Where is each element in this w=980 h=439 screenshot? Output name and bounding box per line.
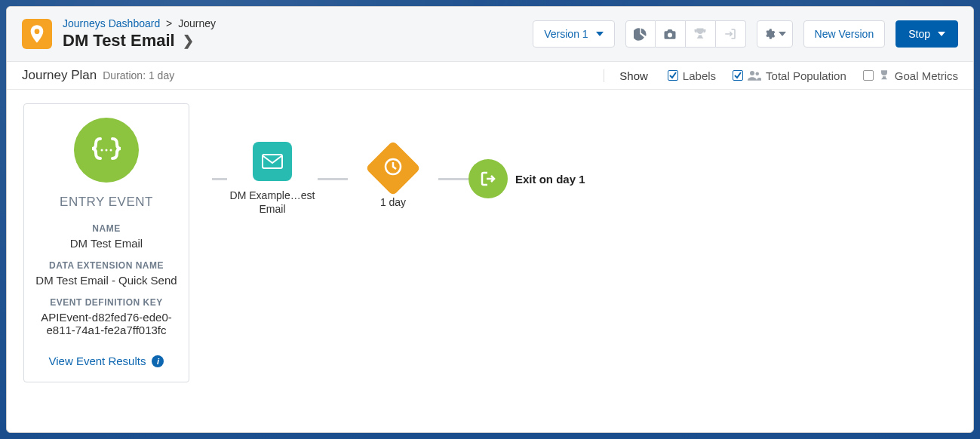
- svg-point-3: [106, 149, 108, 152]
- svg-point-1: [756, 72, 760, 76]
- view-event-results-link[interactable]: View Event Results i: [49, 355, 164, 367]
- de-value: DM Test Email - Quick Send: [33, 274, 180, 287]
- breadcrumb: Journeys Dashboard > Journey: [63, 17, 216, 29]
- version-dropdown[interactable]: Version 1: [533, 20, 614, 48]
- svg-point-2: [101, 149, 103, 152]
- chevron-right-icon[interactable]: ❯: [183, 32, 194, 49]
- wait-node-label: 1 day: [380, 195, 406, 209]
- page-title: DM Test Email ❯: [63, 31, 216, 51]
- exit-node[interactable]: Exit on day 1: [468, 159, 585, 198]
- breadcrumb-separator: >: [166, 17, 172, 29]
- caret-down-icon: [779, 32, 786, 36]
- caret-down-icon: [596, 32, 604, 36]
- envelope-icon: [253, 142, 292, 181]
- header-bar: Journeys Dashboard > Journey DM Test Ema…: [7, 7, 973, 62]
- new-version-button[interactable]: New Version: [803, 20, 886, 48]
- exit-button[interactable]: [716, 20, 746, 48]
- email-activity-node[interactable]: DM Example…est Email: [227, 142, 318, 216]
- app-window: Journeys Dashboard > Journey DM Test Ema…: [6, 6, 974, 433]
- version-label: Version 1: [544, 28, 588, 40]
- entry-event-card[interactable]: ENTRY EVENT NAME DM Test Email DATA EXTE…: [23, 103, 189, 382]
- settings-dropdown[interactable]: [757, 20, 793, 48]
- email-node-label: DM Example…est Email: [227, 189, 318, 216]
- de-label: DATA EXTENSION NAME: [33, 260, 180, 271]
- toggle-goal-metrics[interactable]: Goal Metrics: [863, 69, 958, 82]
- exit-icon: [468, 159, 508, 198]
- journey-canvas: ENTRY EVENT NAME DM Test Email DATA EXTE…: [7, 90, 973, 432]
- toggle-population-text: Total Population: [766, 69, 846, 82]
- journey-pin-icon: [22, 19, 52, 49]
- view-results-text: View Event Results: [49, 355, 146, 367]
- toggle-labels-text: Labels: [683, 69, 716, 82]
- stop-button[interactable]: Stop: [896, 20, 958, 48]
- show-label: Show: [604, 69, 651, 82]
- svg-point-0: [750, 71, 754, 75]
- breadcrumb-root-link[interactable]: Journeys Dashboard: [63, 17, 160, 29]
- toggle-goals-text: Goal Metrics: [895, 69, 958, 82]
- svg-rect-5: [263, 155, 282, 168]
- exit-node-label: Exit on day 1: [515, 173, 585, 186]
- breadcrumb-area: Journeys Dashboard > Journey DM Test Ema…: [63, 17, 216, 51]
- wait-activity-node[interactable]: 1 day: [348, 149, 438, 209]
- trophy-button[interactable]: [686, 20, 716, 48]
- svg-point-4: [110, 149, 112, 152]
- connector-line: [318, 178, 348, 180]
- caret-down-icon: [938, 32, 945, 36]
- page-title-text: DM Test Email: [63, 31, 175, 51]
- clock-icon: [365, 140, 421, 196]
- stop-label: Stop: [908, 28, 930, 40]
- toolbar-icon-group: [625, 20, 746, 48]
- info-icon: i: [152, 355, 164, 367]
- toggle-total-population[interactable]: Total Population: [733, 69, 846, 82]
- key-value: APIEvent-d82fed76-ede0-e811-74a1-fe2a7ff…: [33, 311, 180, 336]
- duration-label: Duration: 1 day: [103, 69, 174, 81]
- key-label: EVENT DEFINITION KEY: [33, 297, 180, 308]
- camera-button[interactable]: [656, 20, 686, 48]
- trophy-icon: [878, 69, 890, 81]
- flow-lane: DM Example…est Email 1 day Exit on day 1: [212, 134, 585, 224]
- new-version-label: New Version: [815, 28, 874, 40]
- subheader-bar: Journey Plan Duration: 1 day Show Labels…: [7, 62, 973, 90]
- entry-event-heading: ENTRY EVENT: [33, 195, 180, 210]
- braces-icon: [74, 118, 139, 183]
- people-icon: [748, 70, 761, 81]
- name-label: NAME: [33, 223, 180, 234]
- connector-line: [438, 178, 468, 180]
- journey-plan-title: Journey Plan: [22, 68, 97, 83]
- name-value: DM Test Email: [33, 237, 180, 250]
- chart-button[interactable]: [625, 20, 656, 48]
- toggle-labels[interactable]: Labels: [668, 69, 716, 82]
- connector-line: [212, 178, 227, 180]
- breadcrumb-current: Journey: [178, 17, 216, 29]
